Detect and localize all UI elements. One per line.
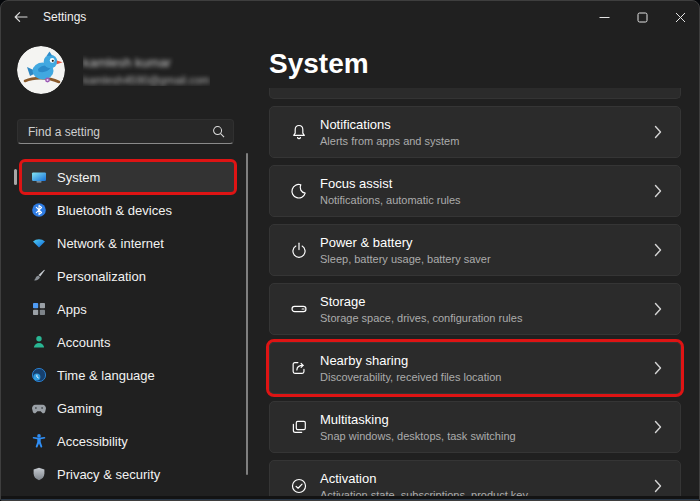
card-title: Activation (320, 471, 528, 486)
person-icon (31, 334, 47, 350)
settings-card-power-battery[interactable]: Power & battery Sleep, battery usage, ba… (269, 224, 681, 276)
settings-card-list: Notifications Alerts from apps and syste… (269, 88, 681, 498)
close-button[interactable] (661, 1, 699, 33)
chevron-right-icon (654, 361, 662, 375)
card-title: Power & battery (320, 235, 491, 250)
search-input[interactable] (28, 125, 212, 139)
sidebar-item-label: Personalization (57, 269, 146, 284)
minimize-button[interactable] (585, 1, 623, 33)
settings-window: Settings (0, 0, 700, 501)
wifi-icon (31, 235, 47, 251)
sidebar-item-label: Time & language (57, 368, 155, 383)
chevron-right-icon (654, 125, 662, 139)
sidebar-item-time-language[interactable]: Time & language (21, 359, 235, 391)
card-title: Nearby sharing (320, 353, 501, 368)
sidebar-item-label: Apps (57, 302, 87, 317)
avatar (17, 46, 65, 94)
card-title: Multitasking (320, 412, 516, 427)
maximize-button[interactable] (623, 1, 661, 33)
moon-icon (290, 182, 308, 200)
share-icon (290, 359, 308, 377)
card-title: Notifications (320, 117, 459, 132)
system-monitor-icon (31, 169, 47, 185)
chevron-right-icon (654, 243, 662, 257)
main-panel: System Notifications Alerts from apps an… (249, 33, 699, 498)
sidebar-item-label: Bluetooth & devices (57, 203, 172, 218)
check-circle-icon (290, 477, 308, 495)
bluetooth-icon (31, 202, 47, 218)
card-subtitle: Storage space, drives, configuration rul… (320, 312, 522, 324)
sidebar-item-network-internet[interactable]: Network & internet (21, 227, 235, 259)
page-title: System (269, 45, 699, 83)
bell-icon (290, 123, 308, 141)
settings-card-multitasking[interactable]: Multitasking Snap windows, desktops, tas… (269, 401, 681, 453)
paintbrush-icon (31, 268, 47, 284)
user-name-blurred: kamlesh kumar (83, 55, 210, 70)
gamepad-icon (31, 400, 47, 416)
windows-stack-icon (290, 418, 308, 436)
minimize-icon (599, 12, 610, 23)
sidebar-item-label: Network & internet (57, 236, 164, 251)
caption-buttons (585, 1, 699, 33)
titlebar: Settings (1, 1, 699, 33)
shield-icon (31, 466, 47, 482)
power-icon (290, 241, 308, 259)
sidebar-nav: System Bluetooth & devices (1, 161, 249, 490)
settings-card-nearby-sharing[interactable]: Nearby sharing Discoverability, received… (269, 342, 681, 394)
settings-card-activation[interactable]: Activation Activation state, subscriptio… (269, 460, 681, 498)
chevron-right-icon (654, 184, 662, 198)
chevron-right-icon (654, 479, 662, 493)
sidebar-item-privacy-security[interactable]: Privacy & security (21, 458, 235, 490)
maximize-icon (637, 12, 648, 23)
window-title: Settings (43, 10, 86, 24)
window-bottom-edge (1, 496, 699, 500)
chevron-right-icon (654, 420, 662, 434)
back-arrow-icon (14, 11, 28, 23)
accessibility-person-icon (31, 433, 47, 449)
sidebar-item-bluetooth-devices[interactable]: Bluetooth & devices (21, 194, 235, 226)
partial-card-above[interactable] (269, 88, 681, 99)
back-button[interactable] (1, 1, 41, 33)
settings-card-notifications[interactable]: Notifications Alerts from apps and syste… (269, 106, 681, 158)
card-subtitle: Snap windows, desktops, task switching (320, 430, 516, 442)
settings-card-focus-assist[interactable]: Focus assist Notifications, automatic ru… (269, 165, 681, 217)
search-box[interactable] (17, 119, 234, 144)
blue-bird-avatar-icon (17, 46, 65, 94)
sidebar-item-label: Accessibility (57, 434, 128, 449)
sidebar-scrollbar[interactable] (246, 153, 248, 475)
sidebar-item-system[interactable]: System (21, 161, 235, 193)
sidebar-item-label: Gaming (57, 401, 103, 416)
settings-card-storage[interactable]: Storage Storage space, drives, configura… (269, 283, 681, 335)
card-title: Focus assist (320, 176, 461, 191)
user-profile[interactable]: kamlesh kumar kamlesh4590@gmail.com (17, 46, 249, 94)
card-subtitle: Notifications, automatic rules (320, 194, 461, 206)
user-email-blurred: kamlesh4590@gmail.com (83, 74, 210, 86)
sidebar-item-accessibility[interactable]: Accessibility (21, 425, 235, 457)
sidebar: kamlesh kumar kamlesh4590@gmail.com (1, 33, 249, 498)
sidebar-item-label: Privacy & security (57, 467, 160, 482)
card-subtitle: Sleep, battery usage, battery saver (320, 253, 491, 265)
search-icon (212, 125, 225, 138)
sidebar-item-apps[interactable]: Apps (21, 293, 235, 325)
drive-icon (290, 300, 308, 318)
sidebar-item-accounts[interactable]: Accounts (21, 326, 235, 358)
sidebar-item-label: System (57, 170, 100, 185)
card-subtitle: Alerts from apps and system (320, 135, 459, 147)
card-subtitle: Discoverability, received files location (320, 371, 501, 383)
sidebar-item-gaming[interactable]: Gaming (21, 392, 235, 424)
sidebar-item-personalization[interactable]: Personalization (21, 260, 235, 292)
close-icon (675, 12, 686, 23)
clock-globe-icon (31, 367, 47, 383)
card-title: Storage (320, 294, 522, 309)
chevron-right-icon (654, 302, 662, 316)
app-squares-icon (31, 301, 47, 317)
sidebar-item-label: Accounts (57, 335, 110, 350)
